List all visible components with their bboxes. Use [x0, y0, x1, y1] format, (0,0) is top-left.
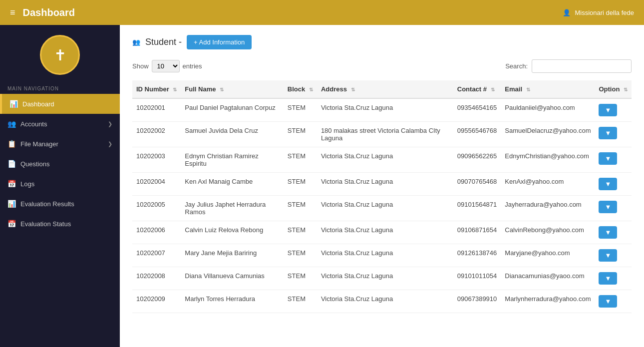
app-title: Dashboard: [23, 7, 75, 18]
cell-id: 10202002: [132, 122, 181, 147]
cell-email: KenAxl@yahoo.com: [501, 173, 595, 196]
sidebar-item-label: Questions: [20, 160, 50, 168]
cell-full-name: Ednym Christian Ramirez Espiritu: [181, 147, 284, 173]
search-control: Search:: [505, 59, 632, 73]
sort-icon: ⇅: [173, 87, 177, 92]
hamburger-icon[interactable]: ≡: [10, 7, 15, 18]
option-button[interactable]: ▼: [599, 127, 617, 139]
search-input[interactable]: [532, 59, 632, 73]
cell-block: STEM: [284, 290, 317, 313]
main-content: 👥 Student - + Add Information Show 10 25…: [120, 25, 644, 347]
option-button[interactable]: ▼: [599, 226, 617, 239]
search-label: Search:: [505, 62, 528, 70]
option-button[interactable]: ▼: [599, 201, 617, 213]
cell-address: Victoria Sta.Cruz Laguna: [317, 147, 453, 173]
cell-block: STEM: [284, 221, 317, 244]
cell-id: 10202004: [132, 173, 181, 196]
topbar-user: 👤 Missionari della fede: [563, 9, 634, 16]
table-row: 10202001 Paul Daniel Pagtalunan Corpuz S…: [132, 98, 632, 122]
cell-id: 10202006: [132, 221, 181, 244]
cell-contact: 09070765468: [453, 173, 501, 196]
cell-contact: 09556546768: [453, 122, 501, 147]
cell-address: 180 malakas street Victoria Calamba CIty…: [317, 122, 453, 147]
col-full-name: Full Name ⇅: [181, 80, 284, 98]
cell-contact: 09101011054: [453, 267, 501, 290]
show-entries-control: Show 10 25 50 100 entries: [132, 60, 202, 72]
table-row: 10202008 Diana Villanueva Camunias STEM …: [132, 267, 632, 290]
evaluation-results-icon: 📊: [7, 200, 15, 208]
file-manager-icon: 📋: [7, 140, 15, 148]
page-header: 👥 Student - + Add Information: [132, 35, 632, 49]
sort-icon: ⇅: [491, 87, 495, 92]
sort-icon: ⇅: [526, 87, 530, 92]
cell-full-name: Marlyn Torres Herradura: [181, 290, 284, 313]
cell-email: Dianacamunias@yaoo.com: [501, 267, 595, 290]
cell-contact: 09096562265: [453, 147, 501, 173]
cell-contact: 09067389910: [453, 290, 501, 313]
cell-address: Victoria Sta.Cruz Laguna: [317, 196, 453, 221]
cell-full-name: Jay Julius Japhet Herradura Ramos: [181, 196, 284, 221]
sidebar-item-evaluation-status[interactable]: 📅 Evaluation Status: [0, 214, 120, 234]
cell-email: Jayherradura@yahoo.com: [501, 196, 595, 221]
sidebar-item-evaluation-results[interactable]: 📊 Evaluation Results: [0, 194, 120, 214]
questions-icon: 📄: [7, 160, 15, 168]
table-row: 10202007 Mary Jane Mejia Bariring STEM V…: [132, 244, 632, 267]
col-email: Email ⇅: [501, 80, 595, 98]
col-contact: Contact # ⇅: [453, 80, 501, 98]
table-row: 10202005 Jay Julius Japhet Herradura Ram…: [132, 196, 632, 221]
cell-full-name: Samuel Juvida Dela Cruz: [181, 122, 284, 147]
cell-option: ▼: [595, 290, 632, 313]
option-button[interactable]: ▼: [599, 152, 617, 165]
col-id: ID Number ⇅: [132, 80, 181, 98]
table-row: 10202003 Ednym Christian Ramirez Espirit…: [132, 147, 632, 173]
table-row: 10202002 Samuel Juvida Dela Cruz STEM 18…: [132, 122, 632, 147]
option-button[interactable]: ▼: [599, 178, 617, 190]
cell-block: STEM: [284, 122, 317, 147]
cell-block: STEM: [284, 267, 317, 290]
username-label: Missionari della fede: [575, 9, 634, 16]
cell-block: STEM: [284, 244, 317, 267]
cell-id: 10202007: [132, 244, 181, 267]
col-block: Block ⇅: [284, 80, 317, 98]
accounts-icon: 👥: [7, 120, 15, 128]
sidebar-item-questions[interactable]: 📄 Questions: [0, 154, 120, 174]
table-row: 10202009 Marlyn Torres Herradura STEM Vi…: [132, 290, 632, 313]
cell-email: Maryjane@yahoo.com: [501, 244, 595, 267]
option-button[interactable]: ▼: [599, 295, 617, 308]
sort-icon: ⇅: [309, 87, 313, 92]
cell-id: 10202003: [132, 147, 181, 173]
cell-email: CalvinRebong@yahoo.com: [501, 221, 595, 244]
table-controls: Show 10 25 50 100 entries Search:: [132, 59, 632, 73]
option-button[interactable]: ▼: [599, 272, 617, 285]
cell-option: ▼: [595, 98, 632, 122]
option-button[interactable]: ▼: [599, 104, 617, 116]
cell-contact: 09354654165: [453, 98, 501, 122]
sidebar-item-label: Accounts: [20, 120, 47, 128]
sidebar-item-label: Dashboard: [22, 100, 54, 108]
sidebar-item-label: Evaluation Results: [20, 200, 74, 208]
show-label: Show: [132, 62, 149, 70]
sidebar-item-logs[interactable]: 📅 Logs: [0, 174, 120, 194]
sidebar-item-file-manager[interactable]: 📋 File Manager ❯: [0, 134, 120, 154]
add-information-button[interactable]: + Add Information: [187, 35, 252, 49]
cell-id: 10202001: [132, 98, 181, 122]
cell-email: SamuelDelacruz@yahoo.com: [501, 122, 595, 147]
table-row: 10202004 Ken Axl Manaig Cambe STEM Victo…: [132, 173, 632, 196]
cell-id: 10202008: [132, 267, 181, 290]
sidebar-item-accounts[interactable]: 👥 Accounts ❯: [0, 114, 120, 134]
cell-address: Victoria Sta.Cruz Laguna: [317, 221, 453, 244]
students-table: ID Number ⇅ Full Name ⇅ Block ⇅ Address …: [132, 80, 632, 313]
sidebar-item-dashboard[interactable]: 📊 Dashboard: [0, 94, 120, 114]
cell-block: STEM: [284, 173, 317, 196]
entries-label: entries: [183, 62, 202, 70]
sort-icon: ⇅: [351, 87, 355, 92]
cell-contact: 09106871654: [453, 221, 501, 244]
option-button[interactable]: ▼: [599, 249, 617, 262]
logs-icon: 📅: [7, 180, 15, 188]
entries-select[interactable]: 10 25 50 100: [152, 60, 180, 72]
cell-option: ▼: [595, 221, 632, 244]
cell-option: ▼: [595, 267, 632, 290]
cell-email: Pauldaniiel@yahoo.com: [501, 98, 595, 122]
cell-option: ▼: [595, 244, 632, 267]
cell-address: Victoria Sta.Cruz Laguna: [317, 290, 453, 313]
